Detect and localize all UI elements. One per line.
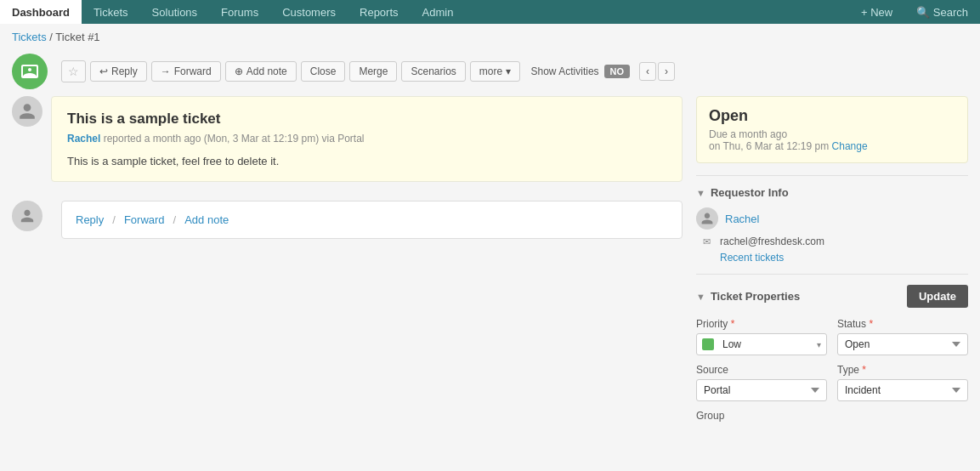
priority-chevron-icon: ▾	[812, 340, 826, 349]
status-select[interactable]: Open Pending Resolved Closed	[837, 333, 968, 355]
breadcrumb-parent[interactable]: Tickets	[12, 31, 47, 43]
priority-required: *	[731, 318, 735, 330]
reply-sep-2: /	[173, 213, 177, 226]
ticket-meta-text: reported a month ago (Mon, 3 Mar at 12:1…	[104, 133, 365, 145]
more-button[interactable]: more ▾	[470, 61, 520, 82]
status-box: Open Due a month ago on Thu, 6 Mar at 12…	[696, 96, 968, 163]
left-panel: This is a sample ticket Rachel reported …	[12, 96, 683, 435]
priority-select[interactable]: Low Medium High Urgent	[719, 334, 812, 355]
recent-tickets-link[interactable]: Recent tickets	[696, 252, 968, 264]
ticket-author-link[interactable]: Rachel	[67, 133, 100, 145]
nav-solutions[interactable]: Solutions	[140, 0, 209, 24]
nav-admin[interactable]: Admin	[411, 0, 466, 24]
reply-button[interactable]: ↩ Reply	[90, 61, 147, 82]
ticket-properties-grid: Priority * Low Medium High Urgent ▾	[696, 318, 968, 401]
requestor-email-row: ✉ rachel@freshdesk.com	[696, 235, 968, 248]
star-button[interactable]: ☆	[61, 60, 86, 82]
source-select[interactable]: Portal Email Phone Chat	[696, 379, 827, 401]
show-activities-label: Show Activities	[531, 65, 599, 77]
reply-sep-1: /	[112, 213, 116, 226]
ticket-message: This is a sample ticket Rachel reported …	[51, 96, 683, 182]
add-note-button[interactable]: ⊕ Add note	[225, 61, 297, 82]
nav-forums[interactable]: Forums	[209, 0, 270, 24]
activities-toggle[interactable]: NO	[604, 65, 631, 78]
toolbar: ☆ ↩ Reply → Forward ⊕ Add note Close Mer…	[61, 60, 675, 82]
status-due-text: Due a month ago	[709, 128, 787, 140]
ticket-properties-section: ▼ Ticket Properties Update Priority * Lo…	[696, 274, 968, 435]
requestor-avatar-icon	[700, 212, 714, 225]
type-required: *	[862, 364, 866, 376]
avatar-icon	[18, 102, 37, 121]
new-button[interactable]: + New	[849, 0, 904, 24]
ticket-properties-title: ▼ Ticket Properties	[696, 290, 800, 303]
nav-dashboard[interactable]: Dashboard	[0, 0, 82, 24]
next-ticket-button[interactable]: ›	[658, 62, 675, 81]
status-label: Open	[709, 107, 955, 125]
breadcrumb-current: Ticket #1	[55, 31, 99, 43]
requestor-name[interactable]: Rachel	[725, 213, 759, 225]
status-required: *	[869, 318, 873, 330]
type-label: Type *	[837, 364, 968, 376]
nav-customers[interactable]: Customers	[270, 0, 348, 24]
ticket-status-avatar	[12, 54, 48, 89]
source-label: Source	[696, 364, 827, 376]
show-activities: Show Activities NO	[531, 65, 631, 78]
priority-color-indicator	[702, 338, 714, 350]
forward-tab[interactable]: Forward	[122, 210, 167, 230]
requestor-info-label: Requestor Info	[711, 186, 789, 199]
ticket-title: This is a sample ticket	[67, 111, 666, 128]
scenarios-button[interactable]: Scenarios	[401, 61, 465, 82]
reply-box-row: Reply / Forward / Add note	[12, 201, 683, 239]
reply-icon: ↩	[99, 65, 108, 77]
group-label: Group	[696, 410, 968, 422]
prev-ticket-button[interactable]: ‹	[639, 62, 656, 81]
reply-author-avatar	[12, 201, 42, 231]
forward-icon: →	[161, 65, 171, 77]
priority-field: Priority * Low Medium High Urgent ▾	[696, 318, 827, 355]
close-button[interactable]: Close	[301, 61, 346, 82]
requestor-info-title: ▼ Requestor Info	[696, 186, 968, 199]
source-field: Source Portal Email Phone Chat	[696, 364, 827, 401]
nav-reports[interactable]: Reports	[348, 0, 411, 24]
type-select[interactable]: Incident Service Request Question Proble…	[837, 379, 968, 401]
add-note-tab[interactable]: Add note	[183, 210, 230, 230]
ticket-body: This is a sample ticket, feel free to de…	[67, 155, 666, 167]
nav-arrows: ‹ ›	[639, 62, 675, 81]
search-button[interactable]: 🔍 Search	[904, 0, 980, 24]
ticket-properties-header: ▼ Ticket Properties Update	[696, 285, 968, 308]
reply-box: Reply / Forward / Add note	[61, 201, 683, 239]
update-button[interactable]: Update	[907, 285, 968, 308]
properties-arrow-icon: ▼	[696, 292, 705, 302]
requestor-arrow-icon: ▼	[696, 188, 705, 198]
add-note-icon: ⊕	[235, 65, 243, 77]
requestor-name-row: Rachel	[696, 207, 968, 230]
ticket-meta: Rachel reported a month ago (Mon, 3 Mar …	[67, 133, 666, 145]
group-field: Group	[696, 410, 968, 422]
status-due-date: on Thu, 6 Mar at 12:19 pm	[709, 140, 829, 152]
requestor-avatar	[696, 207, 718, 230]
ticket-icon	[20, 61, 40, 82]
status-due: Due a month ago on Thu, 6 Mar at 12:19 p…	[709, 128, 955, 152]
priority-select-wrapper: Low Medium High Urgent ▾	[696, 333, 827, 355]
status-field: Status * Open Pending Resolved Closed	[837, 318, 968, 355]
status-prop-label: Status *	[837, 318, 968, 330]
ticket-author-avatar	[12, 96, 42, 127]
reply-tabs: Reply / Forward / Add note	[74, 210, 230, 230]
right-panel: Open Due a month ago on Thu, 6 Mar at 12…	[696, 96, 968, 435]
forward-button[interactable]: → Forward	[151, 61, 221, 82]
merge-button[interactable]: Merge	[349, 61, 397, 82]
type-field: Type * Incident Service Request Question…	[837, 364, 968, 401]
message-content: This is a sample ticket Rachel reported …	[67, 111, 666, 167]
change-due-link[interactable]: Change	[832, 140, 868, 152]
breadcrumb: Tickets / Ticket #1	[0, 24, 980, 50]
nav-tickets[interactable]: Tickets	[82, 0, 140, 24]
main-layout: This is a sample ticket Rachel reported …	[0, 96, 980, 435]
requestor-email: rachel@freshdesk.com	[720, 236, 824, 247]
reply-tab[interactable]: Reply	[74, 210, 105, 230]
top-navigation: Dashboard Tickets Solutions Forums Custo…	[0, 0, 980, 24]
ticket-properties-label: Ticket Properties	[711, 290, 800, 303]
reply-avatar-icon	[20, 208, 35, 224]
ticket-message-row: This is a sample ticket Rachel reported …	[12, 96, 683, 194]
ticket-header: ☆ ↩ Reply → Forward ⊕ Add note Close Mer…	[0, 50, 980, 96]
priority-label: Priority *	[696, 318, 827, 330]
